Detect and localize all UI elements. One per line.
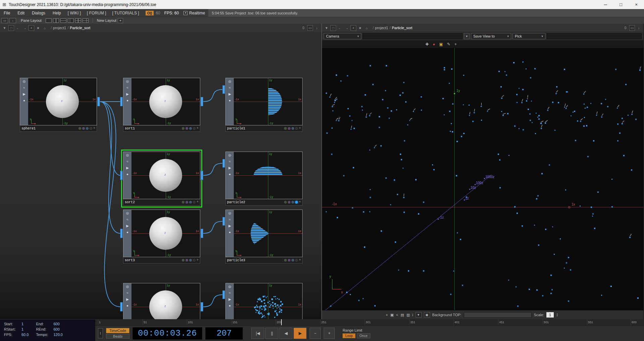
lock-flag-icon[interactable]: ▶ <box>126 93 129 96</box>
pane-split-icon[interactable]: □ <box>8 25 14 31</box>
close-button[interactable]: × <box>629 0 644 9</box>
background-camera-button[interactable]: ▣ <box>424 312 430 318</box>
node-add-icon[interactable]: + <box>197 127 199 130</box>
nav-back-icon[interactable]: ← <box>337 25 343 31</box>
input-port[interactable] <box>120 229 123 238</box>
node-thumbnail[interactable]: z1y-1y-1x1xyx <box>131 152 200 199</box>
node-name[interactable]: sort3 <box>125 259 135 262</box>
node-add-icon[interactable]: + <box>299 127 301 130</box>
geometry-viewport[interactable]: 1y -1x 1x 1000z100z10z1z-1z y x <box>322 48 643 310</box>
bypass-flag-icon[interactable]: ≈ <box>229 160 231 163</box>
node-flag-dot[interactable] <box>291 201 294 204</box>
node-flag-dot[interactable] <box>284 127 287 130</box>
layout-preset-vsplit[interactable] <box>53 18 59 23</box>
bypass-flag-icon[interactable]: ≈ <box>229 86 231 90</box>
pane-type-dropdown-icon[interactable]: ▼ <box>2 25 7 31</box>
bypass-flag-icon[interactable]: ≈ <box>126 291 128 295</box>
maximize-button[interactable]: □ <box>613 0 629 9</box>
loop-button[interactable]: Loop <box>342 333 355 338</box>
render-flag-icon[interactable]: ● <box>229 304 231 307</box>
node-flag-dot[interactable] <box>185 127 188 130</box>
input-port[interactable] <box>222 290 225 299</box>
lock-flag-icon[interactable]: ▶ <box>228 224 231 228</box>
book-icon[interactable]: ▥ <box>407 313 410 317</box>
beats-mode-button[interactable]: Beats <box>106 334 129 339</box>
node-add-icon[interactable]: + <box>197 201 199 204</box>
float-window-icon[interactable]: ▭ <box>307 25 313 31</box>
current-frame-display[interactable]: 207 <box>205 327 243 340</box>
camera-icon[interactable]: ▣ <box>390 313 393 317</box>
render-flag-icon[interactable]: ● <box>229 99 231 102</box>
camera-path-field[interactable] <box>363 33 463 39</box>
viewer-flag-icon[interactable]: ◎ <box>228 154 231 157</box>
node-thumbnail[interactable]: z1y-1y-1x1xyx <box>131 78 200 125</box>
snapshot-camera-icon[interactable]: ▣ <box>439 42 443 46</box>
wire-view-icon[interactable]: < <box>396 313 398 317</box>
node-flag-dot[interactable] <box>193 259 196 262</box>
bypass-flag-icon[interactable]: ≈ <box>229 218 231 221</box>
rend-value[interactable]: 600 <box>53 327 59 331</box>
nav-forward-icon[interactable]: → <box>22 25 28 31</box>
node-flag-dot[interactable] <box>288 127 290 130</box>
bookmark-star-icon[interactable]: ★ <box>357 25 363 31</box>
pane-type-dropdown-icon[interactable]: ▼ <box>324 25 329 31</box>
save-view-select[interactable]: Save View to ▾ <box>471 33 511 39</box>
render-flag-icon[interactable]: ● <box>126 99 128 102</box>
render-flag-icon[interactable]: ● <box>126 231 128 234</box>
lock-flag-icon[interactable]: ▶ <box>126 166 129 170</box>
info-icon[interactable]: i <box>412 313 413 317</box>
end-value[interactable]: 600 <box>53 322 59 326</box>
minimize-button[interactable]: ─ <box>598 0 613 9</box>
home-icon[interactable]: ⌂ <box>42 25 48 31</box>
home-icon[interactable]: ⌂ <box>364 25 370 31</box>
menu-dialogs[interactable]: Dialogs <box>28 11 49 15</box>
render-flag-icon[interactable]: ● <box>23 99 25 102</box>
lock-flag-icon[interactable]: ▶ <box>23 93 25 96</box>
render-flag-icon[interactable]: ● <box>229 231 231 234</box>
output-port[interactable] <box>201 302 203 311</box>
node-flag-dot[interactable] <box>90 127 92 130</box>
once-button[interactable]: Once <box>357 333 370 338</box>
nav-forward-icon[interactable]: → <box>344 25 350 31</box>
node-name[interactable]: sphere1 <box>21 127 36 130</box>
new-layout-add-button[interactable]: + <box>118 18 123 23</box>
node-add-icon[interactable]: + <box>299 259 301 262</box>
pin-view-icon[interactable]: ● <box>433 42 435 46</box>
film-icon[interactable]: ▤ <box>400 313 404 317</box>
pane-mode-icon[interactable]: ▭ <box>1 18 8 23</box>
node-flag-dot[interactable] <box>86 127 89 130</box>
layout-preset-quad[interactable] <box>75 18 81 23</box>
play-button[interactable]: ▶ <box>293 328 307 339</box>
node-flag-dot[interactable] <box>193 127 196 130</box>
viewer-flag-icon[interactable]: ◎ <box>228 212 231 215</box>
node-flag-dot[interactable] <box>189 201 192 204</box>
layout-preset-single[interactable] <box>46 18 52 23</box>
camera-options-button[interactable]: ▾ <box>464 33 470 39</box>
lock-flag-icon[interactable]: ▶ <box>228 166 231 170</box>
node-sort3[interactable]: ◎≈▶●z1y-1y-1x1xyxsort3+ <box>123 210 200 264</box>
node-sort2[interactable]: ◎≈▶●z1y-1y-1x1xyxsort2+ <box>123 152 200 206</box>
node-name[interactable]: particle2 <box>227 201 245 204</box>
camera-select[interactable]: Camera ▾ <box>324 33 361 39</box>
lock-flag-icon[interactable]: ▶ <box>126 224 129 228</box>
node-flag-dot[interactable] <box>182 201 184 204</box>
pick-target-field[interactable] <box>547 33 642 39</box>
scale-input[interactable]: 1 <box>546 312 554 318</box>
render-flag-icon[interactable]: ● <box>229 173 231 176</box>
node-particle3[interactable]: ◎≈▶●1y-1y-1x1xyxparticle3+ <box>225 210 303 264</box>
pan-tool-icon[interactable]: ✚ <box>425 42 429 46</box>
node-thumbnail[interactable]: 1y-1y-1x1xyx <box>234 152 302 199</box>
node-thumbnail[interactable]: 1y-1y-1x1xyx <box>234 210 302 257</box>
node-flag-dot[interactable] <box>182 259 184 262</box>
menu-help[interactable]: Help <box>49 11 65 15</box>
node-sort1[interactable]: ◎≈▶●z1y-1y-1x1xyxsort1+ <box>123 78 200 132</box>
step-forward-button[interactable]: + <box>324 328 335 339</box>
path-segment-project1[interactable]: project1 <box>375 26 388 30</box>
node-thumbnail[interactable]: z1y-1y-1x1xyx <box>28 78 97 125</box>
viewer-flag-icon[interactable]: ◎ <box>126 285 129 288</box>
bypass-flag-icon[interactable]: ≈ <box>126 218 128 221</box>
node-flag-dot[interactable] <box>82 127 85 130</box>
node-flag-dot[interactable] <box>78 127 81 130</box>
node-thumbnail[interactable]: 1y-1y-1x1xyx <box>234 78 302 125</box>
input-port[interactable] <box>120 171 123 180</box>
